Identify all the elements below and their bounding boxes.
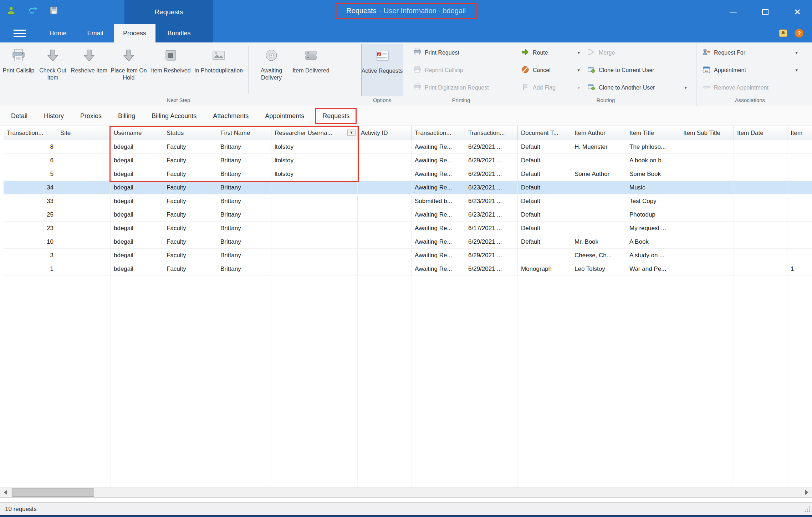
cell-status[interactable]: Faculty bbox=[163, 262, 217, 276]
column-header-transaction_number[interactable]: Transaction... bbox=[4, 126, 57, 140]
cell-item_sub_title[interactable] bbox=[680, 208, 734, 222]
cell-transaction_status[interactable]: Awaiting Re... bbox=[412, 235, 465, 249]
cell-transaction_number[interactable]: 23 bbox=[4, 222, 57, 235]
item-delivered-button[interactable]: Item Delivered bbox=[291, 44, 331, 96]
column-header-transaction_status[interactable]: Transaction... bbox=[412, 126, 465, 140]
cell-researcher_username[interactable] bbox=[271, 235, 358, 249]
cell-site[interactable] bbox=[57, 249, 111, 262]
cell-document_type[interactable]: Default bbox=[518, 167, 571, 181]
cell-activity_id[interactable] bbox=[358, 208, 412, 222]
cell-item_title[interactable]: Test Copy bbox=[626, 194, 680, 208]
cell-first_name[interactable]: Brittany bbox=[217, 208, 271, 222]
clone-to-another-user-button[interactable]: Clone to Another User ▾ bbox=[583, 79, 690, 96]
cell-transaction_date[interactable]: 6/29/2021 ... bbox=[465, 140, 518, 154]
cell-activity_id[interactable] bbox=[358, 194, 412, 208]
cell-first_name[interactable]: Brittany bbox=[217, 154, 271, 167]
cell-first_name[interactable]: Brittany bbox=[217, 140, 271, 154]
column-header-item_title[interactable]: Item Title bbox=[626, 126, 680, 140]
in-photoduplication-button[interactable]: In Photoduplication bbox=[192, 44, 245, 96]
user-icon[interactable] bbox=[5, 4, 17, 16]
resize-grip[interactable] bbox=[804, 506, 811, 514]
remove-appointment-button[interactable]: Remove Appointment bbox=[699, 79, 801, 96]
cell-item_sub_title[interactable] bbox=[680, 262, 734, 276]
help-icon[interactable]: ? bbox=[794, 28, 804, 40]
cell-item_date[interactable] bbox=[734, 167, 787, 181]
column-header-item_sub_title[interactable]: Item Sub Title bbox=[680, 126, 734, 140]
tab-history[interactable]: History bbox=[36, 106, 72, 126]
cell-item[interactable] bbox=[787, 222, 812, 235]
cell-item_title[interactable]: Music bbox=[626, 181, 680, 194]
cell-item_date[interactable] bbox=[734, 249, 787, 262]
table-row[interactable]: 3bdegailFacultyBrittanyAwaiting Re...6/2… bbox=[4, 249, 812, 262]
cell-item_author[interactable]: Some Author bbox=[571, 167, 626, 181]
item-reshelved-button[interactable]: Item Reshelved bbox=[150, 44, 192, 96]
cell-transaction_status[interactable]: Awaiting Re... bbox=[412, 181, 465, 194]
hamburger-menu-button[interactable] bbox=[0, 24, 39, 42]
cell-status[interactable]: Faculty bbox=[163, 167, 217, 181]
cell-username[interactable]: bdegail bbox=[111, 167, 163, 181]
table-row[interactable]: 34bdegailFacultyBrittanyAwaiting Re...6/… bbox=[4, 181, 812, 194]
cell-document_type[interactable]: Default bbox=[518, 235, 571, 249]
column-header-activity_id[interactable]: Activity ID bbox=[358, 126, 412, 140]
print-callslip-button[interactable]: Print Callslip bbox=[2, 44, 35, 96]
cell-transaction_date[interactable]: 6/29/2021 ... bbox=[465, 249, 518, 262]
cell-username[interactable]: bdegail bbox=[111, 249, 163, 262]
cell-activity_id[interactable] bbox=[358, 154, 412, 167]
cell-item_date[interactable] bbox=[734, 235, 787, 249]
cell-transaction_date[interactable]: 6/29/2021 ... bbox=[465, 167, 518, 181]
cell-item_sub_title[interactable] bbox=[680, 167, 734, 181]
cell-item_date[interactable] bbox=[734, 194, 787, 208]
cell-item_title[interactable]: The philoso... bbox=[626, 140, 680, 154]
cell-activity_id[interactable] bbox=[358, 222, 412, 235]
cell-username[interactable]: bdegail bbox=[111, 154, 163, 167]
cell-transaction_date[interactable]: 6/29/2021 ... bbox=[465, 262, 518, 276]
add-flag-button[interactable]: Add Flag ▾ bbox=[517, 79, 583, 96]
cell-item_author[interactable] bbox=[571, 208, 626, 222]
cell-item_sub_title[interactable] bbox=[680, 181, 734, 194]
cell-researcher_username[interactable]: ltolstoy bbox=[271, 167, 358, 181]
cell-item[interactable] bbox=[787, 208, 812, 222]
column-header-first_name[interactable]: First Name bbox=[217, 126, 271, 140]
close-button[interactable]: ✕ bbox=[789, 5, 806, 19]
cell-document_type[interactable]: Default bbox=[518, 222, 571, 235]
cell-item_title[interactable]: Photodup bbox=[626, 208, 680, 222]
merge-button[interactable]: Merge bbox=[583, 44, 690, 61]
cell-first_name[interactable]: Brittany bbox=[217, 181, 271, 194]
cell-item_date[interactable] bbox=[734, 140, 787, 154]
cell-item_author[interactable] bbox=[571, 222, 626, 235]
cell-activity_id[interactable] bbox=[358, 167, 412, 181]
cell-transaction_status[interactable]: Awaiting Re... bbox=[412, 140, 465, 154]
cell-transaction_number[interactable]: 5 bbox=[4, 167, 57, 181]
cell-item_author[interactable]: Leo Tolstoy bbox=[571, 262, 626, 276]
cell-item_sub_title[interactable] bbox=[680, 140, 734, 154]
save-icon[interactable] bbox=[48, 4, 60, 16]
cell-transaction_status[interactable]: Awaiting Re... bbox=[412, 154, 465, 167]
notification-icon[interactable] bbox=[778, 29, 788, 39]
cell-item_sub_title[interactable] bbox=[680, 235, 734, 249]
route-dropdown-icon[interactable]: ▾ bbox=[577, 50, 580, 55]
cell-document_type[interactable]: Default bbox=[518, 181, 571, 194]
tab-attachments[interactable]: Attachments bbox=[205, 106, 257, 126]
request-for-button[interactable]: Request For ▾ bbox=[699, 44, 801, 61]
check-out-item-button[interactable]: Check Out Item bbox=[35, 44, 71, 96]
cell-activity_id[interactable] bbox=[358, 262, 412, 276]
tab-billing[interactable]: Billing bbox=[110, 106, 143, 126]
cell-item_title[interactable]: A Book bbox=[626, 235, 680, 249]
cell-status[interactable]: Faculty bbox=[163, 222, 217, 235]
reshelve-item-button[interactable]: Reshelve Item bbox=[71, 44, 108, 96]
cell-first_name[interactable]: Brittany bbox=[217, 249, 271, 262]
column-header-site[interactable]: Site bbox=[57, 126, 111, 140]
awaiting-delivery-button[interactable]: Awaiting Delivery bbox=[251, 44, 291, 96]
place-item-on-hold-button[interactable]: Place Item On Hold bbox=[108, 44, 150, 96]
horizontal-scrollbar[interactable] bbox=[0, 487, 812, 498]
table-row[interactable]: 10bdegailFacultyBrittanyAwaiting Re...6/… bbox=[4, 235, 812, 249]
cell-site[interactable] bbox=[57, 140, 111, 154]
table-row[interactable]: 23bdegailFacultyBrittanyAwaiting Re...6/… bbox=[4, 222, 812, 235]
cell-site[interactable] bbox=[57, 235, 111, 249]
cell-transaction_number[interactable]: 10 bbox=[4, 235, 57, 249]
route-button[interactable]: Route ▾ bbox=[517, 44, 583, 61]
column-header-document_type[interactable]: Document T... bbox=[518, 126, 571, 140]
cell-item_title[interactable]: My request ... bbox=[626, 222, 680, 235]
cell-status[interactable]: Faculty bbox=[163, 140, 217, 154]
cell-item_sub_title[interactable] bbox=[680, 249, 734, 262]
